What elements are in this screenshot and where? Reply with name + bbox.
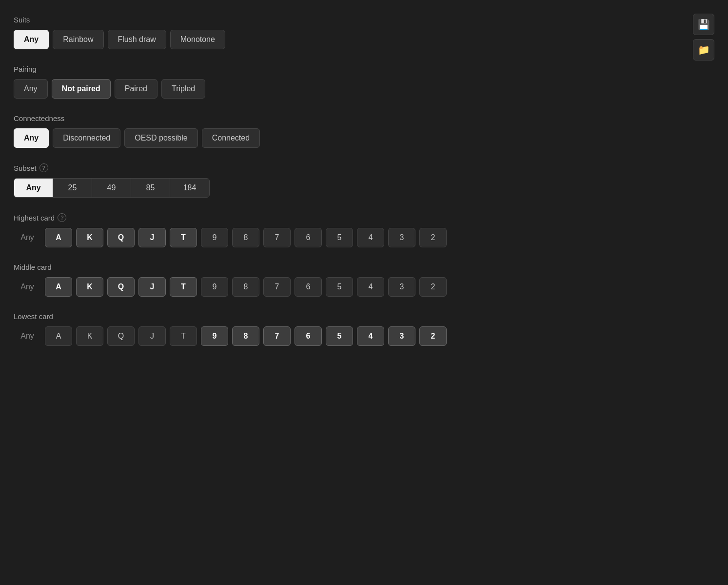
subset-85-btn[interactable]: 85	[131, 179, 170, 197]
highest-card-6-btn[interactable]: 6	[295, 228, 322, 247]
pairing-paired-btn[interactable]: Paired	[115, 79, 157, 99]
middle-card-8-btn[interactable]: 8	[232, 277, 259, 297]
lowest-card-3-btn[interactable]: 3	[388, 326, 415, 346]
middle-card-9-btn[interactable]: 9	[201, 277, 228, 297]
middle-card-2-btn[interactable]: 2	[419, 277, 447, 297]
lowest-card-A-btn[interactable]: A	[45, 326, 72, 346]
connectedness-section: Connectedness Any Disconnected OESD poss…	[14, 114, 714, 148]
pairing-section: Pairing Any Not paired Paired Tripled	[14, 65, 714, 99]
lowest-card-8-btn[interactable]: 8	[232, 326, 259, 346]
lowest-card-6-btn[interactable]: 6	[295, 326, 322, 346]
highest-card-A-btn[interactable]: A	[45, 228, 72, 247]
connectedness-btn-group: Any Disconnected OESD possible Connected	[14, 128, 714, 148]
lowest-card-K-btn[interactable]: K	[76, 326, 103, 346]
highest-card-7-btn[interactable]: 7	[263, 228, 291, 247]
lowest-card-9-btn[interactable]: 9	[201, 326, 228, 346]
suits-btn-group: Any Rainbow Flush draw Monotone	[14, 30, 714, 49]
lowest-card-label: Lowest card	[14, 312, 714, 321]
connectedness-connected-btn[interactable]: Connected	[202, 128, 260, 148]
folder-button[interactable]: 📁	[693, 39, 714, 61]
subset-btn-group: Any 25 49 85 184	[14, 178, 210, 198]
save-button[interactable]: 💾	[693, 14, 714, 35]
subset-label: Subset ?	[14, 163, 714, 172]
suits-monotone-btn[interactable]: Monotone	[170, 30, 225, 49]
middle-card-J-btn[interactable]: J	[138, 277, 166, 297]
highest-card-section: Highest card ? Any A K Q J T 9 8 7 6 5 4…	[14, 213, 714, 247]
lowest-card-4-btn[interactable]: 4	[357, 326, 384, 346]
middle-card-6-btn[interactable]: 6	[295, 277, 322, 297]
highest-card-4-btn[interactable]: 4	[357, 228, 384, 247]
subset-184-btn[interactable]: 184	[170, 179, 209, 197]
lowest-card-btn-group: Any A K Q J T 9 8 7 6 5 4 3 2	[14, 326, 714, 346]
lowest-card-2-btn[interactable]: 2	[419, 326, 447, 346]
subset-any-btn[interactable]: Any	[14, 179, 53, 197]
middle-card-3-btn[interactable]: 3	[388, 277, 415, 297]
highest-card-5-btn[interactable]: 5	[326, 228, 353, 247]
highest-card-9-btn[interactable]: 9	[201, 228, 228, 247]
middle-card-label: Middle card	[14, 263, 714, 271]
lowest-card-Q-btn[interactable]: Q	[107, 326, 135, 346]
highest-card-T-btn[interactable]: T	[170, 228, 197, 247]
middle-card-7-btn[interactable]: 7	[263, 277, 291, 297]
highest-card-K-btn[interactable]: K	[76, 228, 103, 247]
highest-card-help-icon[interactable]: ?	[58, 213, 66, 222]
middle-card-A-btn[interactable]: A	[45, 277, 72, 297]
pairing-notpaired-btn[interactable]: Not paired	[52, 79, 111, 99]
suits-section: Suits Any Rainbow Flush draw Monotone	[14, 16, 714, 49]
highest-card-8-btn[interactable]: 8	[232, 228, 259, 247]
middle-card-btn-group: Any A K Q J T 9 8 7 6 5 4 3 2	[14, 277, 714, 297]
highest-card-2-btn[interactable]: 2	[419, 228, 447, 247]
pairing-btn-group: Any Not paired Paired Tripled	[14, 79, 714, 99]
lowest-card-any-btn[interactable]: Any	[14, 326, 41, 346]
suits-any-btn[interactable]: Any	[14, 30, 49, 49]
middle-card-section: Middle card Any A K Q J T 9 8 7 6 5 4 3 …	[14, 263, 714, 297]
suits-flushdraw-btn[interactable]: Flush draw	[108, 30, 166, 49]
lowest-card-section: Lowest card Any A K Q J T 9 8 7 6 5 4 3 …	[14, 312, 714, 346]
middle-card-Q-btn[interactable]: Q	[107, 277, 135, 297]
subset-section: Subset ? Any 25 49 85 184	[14, 163, 714, 198]
middle-card-5-btn[interactable]: 5	[326, 277, 353, 297]
lowest-card-T-btn[interactable]: T	[170, 326, 197, 346]
top-right-actions: 💾 📁	[693, 14, 714, 61]
subset-49-btn[interactable]: 49	[92, 179, 131, 197]
subset-25-btn[interactable]: 25	[53, 179, 92, 197]
pairing-tripled-btn[interactable]: Tripled	[161, 79, 205, 99]
lowest-card-7-btn[interactable]: 7	[263, 326, 291, 346]
highest-card-3-btn[interactable]: 3	[388, 228, 415, 247]
suits-label: Suits	[14, 16, 714, 24]
lowest-card-5-btn[interactable]: 5	[326, 326, 353, 346]
connectedness-oesd-btn[interactable]: OESD possible	[124, 128, 198, 148]
suits-rainbow-btn[interactable]: Rainbow	[53, 30, 103, 49]
middle-card-4-btn[interactable]: 4	[357, 277, 384, 297]
middle-card-T-btn[interactable]: T	[170, 277, 197, 297]
subset-help-icon[interactable]: ?	[39, 163, 48, 172]
middle-card-K-btn[interactable]: K	[76, 277, 103, 297]
pairing-label: Pairing	[14, 65, 714, 73]
connectedness-label: Connectedness	[14, 114, 714, 122]
highest-card-any-btn[interactable]: Any	[14, 228, 41, 247]
pairing-any-btn[interactable]: Any	[14, 79, 48, 99]
highest-card-btn-group: Any A K Q J T 9 8 7 6 5 4 3 2	[14, 228, 714, 247]
highest-card-label: Highest card ?	[14, 213, 714, 222]
highest-card-J-btn[interactable]: J	[138, 228, 166, 247]
connectedness-disconnected-btn[interactable]: Disconnected	[53, 128, 120, 148]
connectedness-any-btn[interactable]: Any	[14, 128, 49, 148]
middle-card-any-btn[interactable]: Any	[14, 277, 41, 297]
lowest-card-J-btn[interactable]: J	[138, 326, 166, 346]
highest-card-Q-btn[interactable]: Q	[107, 228, 135, 247]
